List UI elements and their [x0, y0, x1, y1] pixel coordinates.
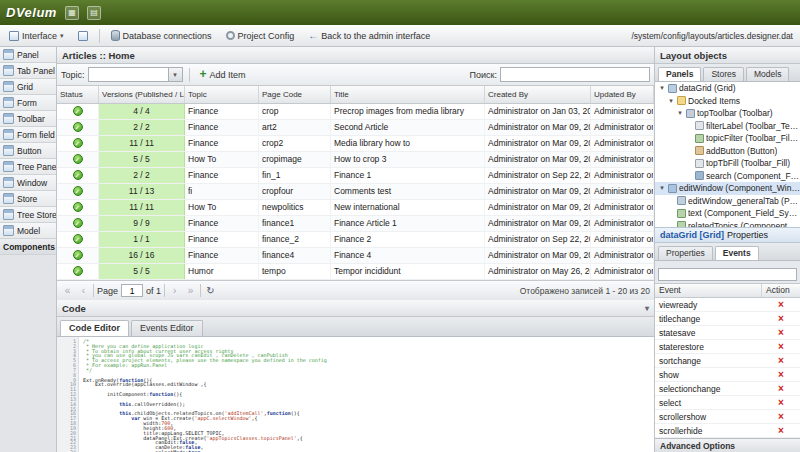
- header-page-icon[interactable]: ▤: [87, 6, 101, 20]
- event-row-staterestore[interactable]: staterestore×: [655, 340, 800, 354]
- palette-item-panel[interactable]: Panel: [0, 47, 56, 63]
- back-to-admin-button[interactable]: ← Back to the admin interface: [302, 28, 436, 44]
- event-row-titlechange[interactable]: titlechange×: [655, 312, 800, 326]
- tree-node-editwindow-generaltab[interactable]: editWindow_generalTab (Panel): [655, 195, 800, 208]
- expander-icon[interactable]: ▾: [658, 184, 666, 192]
- tree-node-addbutton[interactable]: addButton (Button): [655, 145, 800, 158]
- toolbar-separator: [99, 29, 100, 43]
- tree-node-filterlabel[interactable]: filterLabel (Toolbar_Textitem): [655, 120, 800, 133]
- event-row-viewready[interactable]: viewready×: [655, 298, 800, 312]
- tab-events-editor[interactable]: Events Editor: [131, 320, 203, 336]
- event-row-scrollerhide[interactable]: scrollerhide×: [655, 424, 800, 438]
- project-config-button[interactable]: Project Config: [220, 28, 301, 44]
- palette-item-tab-panel[interactable]: Tab Panel: [0, 63, 56, 79]
- tab-models[interactable]: Models: [746, 67, 789, 81]
- table-row[interactable]: ✓11 / 13ficropfourComments testAdministr…: [57, 184, 654, 200]
- column-header-updated-by[interactable]: Updated By: [591, 86, 654, 103]
- palette-item-model[interactable]: Model: [0, 223, 56, 239]
- tab-stores[interactable]: Stores: [703, 67, 744, 81]
- remove-event-icon[interactable]: ×: [762, 383, 800, 394]
- topic-combo[interactable]: ▾: [88, 67, 183, 82]
- code-text-area[interactable]: /* * Here you can define application log…: [79, 337, 654, 452]
- tree-node-relatedtopics[interactable]: relatedTopics (Component_Field_Sys: [655, 220, 800, 228]
- refresh-icon[interactable]: ↻: [204, 285, 217, 297]
- code-editor[interactable]: 123456789101112131415161718192021222324 …: [57, 337, 654, 452]
- column-header-created-by[interactable]: Created By: [485, 86, 591, 103]
- tree-node-datagrid[interactable]: ▾dataGrid (Grid): [655, 82, 800, 95]
- remove-event-icon[interactable]: ×: [762, 369, 800, 380]
- palette-item-button[interactable]: Button: [0, 143, 56, 159]
- event-row-select[interactable]: select×: [655, 396, 800, 410]
- remove-event-icon[interactable]: ×: [762, 411, 800, 422]
- palette-item-window[interactable]: Window: [0, 175, 56, 191]
- column-header-title[interactable]: Title: [331, 86, 485, 103]
- palette-item-form-field[interactable]: Form field: [0, 127, 56, 143]
- column-header-status[interactable]: Status: [57, 86, 99, 103]
- remove-event-icon[interactable]: ×: [762, 397, 800, 408]
- event-row-selectionchange[interactable]: selectionchange×: [655, 382, 800, 396]
- palette-item-tree-panel[interactable]: Tree Panel: [0, 159, 56, 175]
- search-input[interactable]: [500, 67, 650, 82]
- tree-node-text[interactable]: text (Component_Field_System_Medi: [655, 207, 800, 220]
- event-row-scrollershow[interactable]: scrollershow×: [655, 410, 800, 424]
- first-page-icon[interactable]: «: [61, 285, 74, 297]
- tree-node-toptoolbar[interactable]: ▾topToolbar (Toolbar): [655, 107, 800, 120]
- tab-panels[interactable]: Panels: [658, 67, 701, 81]
- event-row-show[interactable]: show×: [655, 368, 800, 382]
- header-grid-icon[interactable]: ▦: [65, 6, 79, 20]
- table-row[interactable]: ✓11 / 11Financecrop2Media library how to…: [57, 136, 654, 152]
- collapse-icon[interactable]: ▾: [645, 304, 649, 313]
- components-menu-button[interactable]: Components ▾: [0, 239, 56, 255]
- table-row[interactable]: ✓1 / 1Financefinance_2Finance 2Administr…: [57, 232, 654, 248]
- palette-item-grid[interactable]: Grid: [0, 79, 56, 95]
- expander-icon[interactable]: ▾: [658, 84, 666, 92]
- table-row[interactable]: ✓2 / 2Financefin_1Finance 1Administrator…: [57, 168, 654, 184]
- table-row[interactable]: ✓4 / 4FinancecropPrecrop images from med…: [57, 104, 654, 120]
- expander-icon[interactable]: ▾: [667, 97, 675, 105]
- remove-event-icon[interactable]: ×: [762, 341, 800, 352]
- event-row-statesave[interactable]: statesave×: [655, 326, 800, 340]
- column-header-versions-published-last[interactable]: Versions (Published / Last): [99, 86, 185, 103]
- column-header-event[interactable]: Event: [655, 284, 762, 297]
- table-row[interactable]: ✓5 / 5HumortempoTempor incididuntAdminis…: [57, 264, 654, 280]
- column-header-topic[interactable]: Topic: [185, 86, 259, 103]
- palette-item-tree-store[interactable]: Tree Store: [0, 207, 56, 223]
- palette-item-form[interactable]: Form: [0, 95, 56, 111]
- advanced-options-bar[interactable]: Advanced Options: [655, 438, 800, 452]
- tree-node-search[interactable]: search (Component_Field_Syst: [655, 170, 800, 183]
- tab-events[interactable]: Events: [715, 246, 759, 260]
- last-page-icon[interactable]: »: [184, 285, 197, 297]
- database-connections-button[interactable]: Database connections: [105, 27, 218, 44]
- remove-event-icon[interactable]: ×: [762, 313, 800, 324]
- event-row-sortchange[interactable]: sortchange×: [655, 354, 800, 368]
- table-row[interactable]: ✓5 / 5How TocropimageHow to crop 3Admini…: [57, 152, 654, 168]
- table-row[interactable]: ✓9 / 9Financefinance1Finance Article 1Ad…: [57, 216, 654, 232]
- toolbar-extra-button[interactable]: [72, 28, 94, 44]
- remove-event-icon[interactable]: ×: [762, 327, 800, 338]
- tree-node-docked[interactable]: ▾Docked Items: [655, 95, 800, 108]
- combo-dropdown-icon[interactable]: ▾: [168, 68, 182, 81]
- tab-properties[interactable]: Properties: [658, 246, 713, 260]
- next-page-icon[interactable]: ›: [168, 285, 181, 297]
- remove-event-icon[interactable]: ×: [762, 299, 800, 310]
- prev-page-icon[interactable]: ‹: [77, 285, 90, 297]
- tree-node-topicfilter[interactable]: topicFilter (Toolbar_Filter): [655, 132, 800, 145]
- cell-page-code: newpolitics: [259, 200, 331, 215]
- tab-code-editor[interactable]: Code Editor: [60, 320, 129, 336]
- column-header-page-code[interactable]: Page Code: [259, 86, 331, 103]
- table-row[interactable]: ✓11 / 11How TonewpoliticsNew internation…: [57, 200, 654, 216]
- tree-node-editwindow[interactable]: ▾editWindow (Component_Window_Syst: [655, 182, 800, 195]
- remove-event-icon[interactable]: ×: [762, 355, 800, 366]
- palette-item-toolbar[interactable]: Toolbar: [0, 111, 56, 127]
- page-number-input[interactable]: [121, 284, 143, 297]
- palette-item-store[interactable]: Store: [0, 191, 56, 207]
- interface-menu-button[interactable]: Interface ▾: [3, 28, 70, 44]
- remove-event-icon[interactable]: ×: [762, 425, 800, 436]
- table-row[interactable]: ✓2 / 2Financeart2Second ArticleAdministr…: [57, 120, 654, 136]
- column-header-action[interactable]: Action: [762, 284, 800, 297]
- add-item-button[interactable]: + Add Item: [196, 69, 250, 81]
- tree-node-toptbfill[interactable]: topTbFill (Toolbar_Fill): [655, 157, 800, 170]
- events-filter-input[interactable]: [658, 268, 797, 281]
- expander-icon[interactable]: ▾: [676, 109, 684, 117]
- table-row[interactable]: ✓16 / 16Financefinance4Finance 4Administ…: [57, 248, 654, 264]
